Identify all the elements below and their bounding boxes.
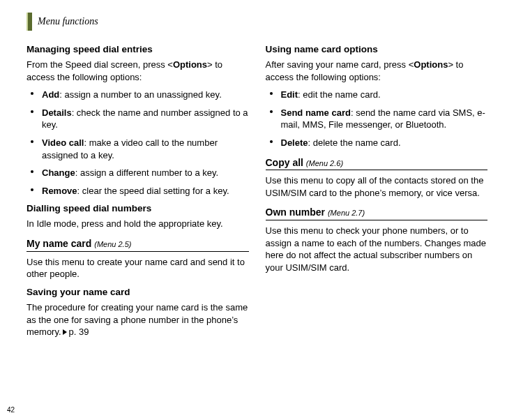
section-own-number: Own number (Menu 2.7) bbox=[266, 206, 488, 220]
right-column: Using name card options After saving you… bbox=[266, 40, 488, 344]
my-name-card-desc: Use this menu to create your name card a… bbox=[27, 256, 249, 280]
menu-ref: (Menu 2.5) bbox=[94, 240, 131, 248]
bullet-icon bbox=[31, 110, 33, 113]
list-item: Send name card: send the name card via S… bbox=[266, 107, 488, 131]
list-item: Delete: delete the name card. bbox=[266, 137, 488, 149]
bullet-icon bbox=[31, 170, 33, 173]
option-term: Change bbox=[42, 167, 75, 178]
left-column: Managing speed dial entries From the Spe… bbox=[27, 40, 249, 344]
section-title-text: My name card bbox=[27, 238, 91, 249]
own-number-desc: Use this menu to check your phone number… bbox=[266, 225, 488, 273]
list-item: Edit: edit the name card. bbox=[266, 89, 488, 101]
options-label: Options bbox=[173, 59, 207, 70]
header-title: Menu functions bbox=[38, 15, 98, 29]
bullet-icon bbox=[31, 188, 33, 191]
option-desc: : clear the speed dial setting for a key… bbox=[77, 186, 229, 196]
heading-dialling-numbers: Dialling speed dial numbers bbox=[27, 202, 249, 215]
list-item: Details: check the name and number assig… bbox=[27, 107, 249, 131]
list-item: Change: assign a different number to a k… bbox=[27, 167, 249, 179]
heading-name-card-options: Using name card options bbox=[266, 43, 488, 56]
menu-ref: (Menu 2.7) bbox=[328, 209, 365, 217]
page-ref: p. 39 bbox=[69, 327, 89, 337]
option-desc: : assign a different number to a key. bbox=[75, 167, 218, 178]
option-desc: : assign a number to an unassigned key. bbox=[59, 89, 221, 100]
section-my-name-card: My name card (Menu 2.5) bbox=[27, 237, 249, 252]
section-title-text: Own number bbox=[266, 207, 326, 218]
speed-dial-options-list: Add: assign a number to an unassigned ke… bbox=[27, 89, 249, 197]
menu-ref: (Menu 2.6) bbox=[306, 159, 343, 167]
name-card-intro: After saving your name card, press <Opti… bbox=[266, 59, 488, 83]
section-copy-all: Copy all (Menu 2.6) bbox=[266, 156, 488, 171]
text: The procedure for creating your name car… bbox=[27, 302, 248, 337]
list-item: Remove: clear the speed dial setting for… bbox=[27, 185, 249, 197]
option-term: Send name card bbox=[281, 107, 351, 118]
copy-all-desc: Use this menu to copy all of the contact… bbox=[266, 174, 488, 199]
heading-saving-name-card: Saving your name card bbox=[27, 286, 249, 299]
page-header: Menu functions bbox=[27, 13, 487, 31]
bullet-icon bbox=[270, 92, 273, 95]
option-desc: : edit the name card. bbox=[298, 89, 381, 100]
name-card-options-list: Edit: edit the name card. Send name card… bbox=[266, 89, 488, 149]
header-accent-bar bbox=[27, 13, 32, 31]
option-desc: : check the name and number assigned to … bbox=[42, 107, 248, 130]
option-desc: : delete the name card. bbox=[308, 137, 401, 148]
saving-name-card-desc: The procedure for creating your name car… bbox=[27, 301, 249, 338]
option-term: Details bbox=[42, 107, 72, 118]
option-term: Delete bbox=[281, 137, 308, 148]
text: From the Speed dial screen, press < bbox=[27, 59, 173, 70]
dialling-instruction: In Idle mode, press and hold the appropr… bbox=[27, 218, 249, 230]
option-term: Video call bbox=[42, 137, 84, 148]
list-item: Video call: make a video call to the num… bbox=[27, 137, 249, 161]
option-term: Remove bbox=[42, 186, 77, 196]
triangle-right-icon bbox=[63, 329, 67, 335]
content-columns: Managing speed dial entries From the Spe… bbox=[27, 40, 487, 344]
options-label: Options bbox=[414, 59, 448, 70]
option-term: Edit bbox=[281, 89, 298, 100]
bullet-icon bbox=[31, 92, 33, 95]
heading-managing-speed-dial: Managing speed dial entries bbox=[27, 43, 249, 56]
text: After saving your name card, press < bbox=[266, 59, 414, 70]
page-number: 42 bbox=[7, 405, 15, 415]
section-title-text: Copy all bbox=[266, 157, 303, 168]
speed-dial-intro: From the Speed dial screen, press <Optio… bbox=[27, 59, 249, 83]
list-item: Add: assign a number to an unassigned ke… bbox=[27, 89, 249, 101]
bullet-icon bbox=[31, 140, 33, 143]
bullet-icon bbox=[270, 110, 273, 113]
option-term: Add bbox=[42, 89, 59, 100]
bullet-icon bbox=[270, 140, 273, 143]
